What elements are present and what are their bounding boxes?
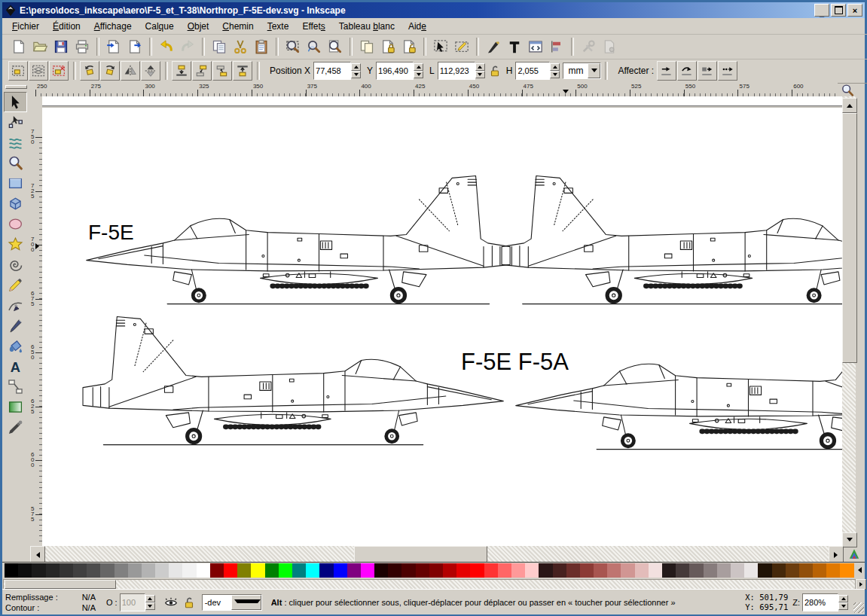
menu-chemin[interactable]: Chemin — [215, 20, 260, 33]
save-button[interactable] — [50, 36, 72, 57]
palette-swatch[interactable] — [649, 563, 662, 578]
palette-scroll-right-button[interactable] — [856, 579, 866, 590]
zoom-spinner[interactable] — [838, 595, 848, 610]
palette-swatch[interactable] — [607, 563, 621, 578]
xml-editor-button[interactable] — [525, 36, 546, 57]
menu-effets[interactable]: Effets — [295, 20, 331, 33]
palette-swatch[interactable] — [484, 563, 498, 578]
palette-swatch[interactable] — [210, 563, 224, 578]
deselect-button[interactable] — [49, 61, 69, 81]
tweak-tool[interactable] — [4, 133, 27, 153]
preferences-button[interactable] — [578, 36, 599, 57]
aircraft-f5a-bottom-right[interactable] — [516, 322, 842, 450]
menu-objet[interactable]: Objet — [181, 20, 216, 33]
palette-swatch[interactable] — [443, 563, 456, 578]
align-distribute-button[interactable] — [546, 36, 567, 57]
layer-dropdown-arrow[interactable] — [231, 595, 261, 610]
select-original-button[interactable] — [430, 36, 451, 57]
palette-swatch[interactable] — [46, 563, 60, 578]
select-all-button[interactable] — [8, 61, 28, 81]
palette-swatch[interactable] — [114, 563, 128, 578]
connector-tool[interactable] — [4, 377, 27, 397]
paint-bucket-tool[interactable] — [4, 336, 27, 356]
gradient-tool[interactable] — [4, 397, 27, 417]
rotate-cw-button[interactable] — [100, 61, 120, 81]
unlink-clone-button[interactable] — [398, 36, 420, 57]
scroll-down-button[interactable] — [842, 532, 857, 547]
layer-selector[interactable]: -dev — [202, 594, 262, 611]
palette-swatch[interactable] — [169, 563, 182, 578]
palette-swatch[interactable] — [306, 563, 319, 578]
palette-swatch[interactable] — [319, 563, 333, 578]
palette-swatch[interactable] — [676, 563, 689, 578]
vertical-scrollbar[interactable] — [842, 96, 856, 546]
canvas[interactable]: F-5E F-5E F-5A — [42, 96, 842, 546]
pencil-tool[interactable] — [4, 275, 27, 295]
palette-swatch[interactable] — [662, 563, 676, 578]
maximize-button[interactable] — [831, 4, 846, 17]
palette-swatch[interactable] — [799, 563, 813, 578]
palette-swatch[interactable] — [142, 563, 155, 578]
close-button[interactable]: × — [847, 4, 862, 17]
scroll-up-button[interactable] — [842, 98, 857, 113]
horizontal-scroll-thumb[interactable] — [354, 546, 487, 563]
color-management-icon[interactable] — [845, 547, 863, 562]
raise-to-top-button[interactable] — [233, 61, 252, 81]
palette-swatch[interactable] — [18, 563, 32, 578]
height-spinner[interactable] — [550, 63, 560, 78]
palette-scrollbar[interactable] — [2, 578, 865, 589]
layer-visibility-eye-icon[interactable] — [163, 594, 179, 611]
palette-swatch[interactable] — [155, 563, 169, 578]
menu-texte[interactable]: Texte — [261, 20, 296, 33]
palette-swatch[interactable] — [224, 563, 237, 578]
palette-swatch[interactable] — [251, 563, 264, 578]
import-button[interactable] — [103, 36, 124, 57]
text-editor-button[interactable] — [504, 36, 525, 57]
print-button[interactable] — [72, 36, 93, 57]
vertical-ruler[interactable]: 7 5 07 2 57 0 06 7 56 5 06 2 56 0 05 7 5 — [30, 96, 43, 546]
lock-ratio-icon[interactable] — [487, 63, 503, 79]
palette-swatch[interactable] — [128, 563, 142, 578]
opacity-spinner[interactable] — [145, 595, 155, 610]
box-3d-tool[interactable] — [4, 194, 27, 214]
palette-swatch[interactable] — [635, 563, 649, 578]
height-input[interactable] — [515, 62, 550, 80]
position-y-input[interactable] — [376, 62, 414, 80]
move-corners-button[interactable] — [677, 61, 697, 81]
create-clone-button[interactable] — [377, 36, 398, 57]
document-properties-button[interactable] — [599, 36, 620, 57]
palette-swatch[interactable] — [361, 563, 374, 578]
node-editor-tool[interactable] — [4, 112, 27, 133]
palette-swatch[interactable] — [292, 563, 306, 578]
aircraft-f5-top-right[interactable] — [502, 176, 842, 304]
zoom-drawing-button[interactable] — [304, 36, 325, 57]
palette-scroll-track[interactable] — [3, 579, 856, 590]
position-y-spinner[interactable] — [414, 63, 423, 78]
palette-swatch[interactable] — [594, 563, 607, 578]
scroll-right-button[interactable] — [829, 546, 844, 563]
position-x-spinner[interactable] — [351, 63, 361, 78]
width-spinner[interactable] — [475, 63, 485, 78]
fill-stroke-indicator[interactable]: Remplissage :N/A Contour :N/A — [5, 592, 96, 613]
scroll-left-button[interactable] — [30, 546, 45, 563]
palette-swatch[interactable] — [744, 563, 758, 578]
palette-swatch[interactable] — [525, 563, 539, 578]
paste-button[interactable] — [251, 36, 272, 57]
palette-swatch[interactable] — [5, 563, 18, 578]
title-bar[interactable]: E:\perso\docs_inkscape\aero\F-5_et_T-38\… — [2, 2, 865, 18]
palette-swatch[interactable] — [456, 563, 470, 578]
palette-swatch[interactable] — [621, 563, 634, 578]
palette-swatch[interactable] — [32, 563, 45, 578]
zoom-page-button[interactable] — [325, 36, 346, 57]
minimize-button[interactable]: _ — [814, 4, 829, 17]
palette-swatch[interactable] — [334, 563, 347, 578]
copy-button[interactable] — [209, 36, 230, 57]
vertical-scroll-thumb[interactable] — [842, 113, 857, 363]
star-tool[interactable] — [4, 234, 27, 255]
palette-swatch[interactable] — [731, 563, 744, 578]
selector-tool[interactable] — [4, 92, 27, 112]
undo-button[interactable] — [156, 36, 177, 57]
opacity-input[interactable] — [120, 593, 145, 611]
palette-swatch[interactable] — [758, 563, 771, 578]
select-all-layers-button[interactable] — [29, 61, 48, 81]
